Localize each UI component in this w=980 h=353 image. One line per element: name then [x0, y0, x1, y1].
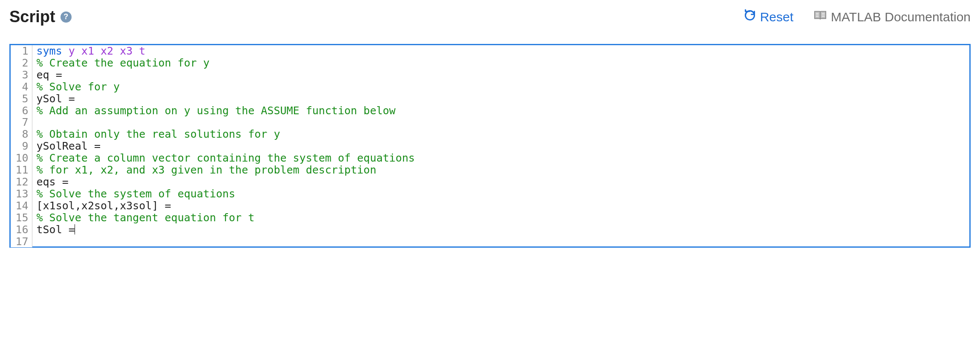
- code-content[interactable]: % Solve the system of equations: [32, 188, 969, 200]
- code-content[interactable]: ySol =: [32, 93, 969, 105]
- code-line[interactable]: 12eqs =: [11, 176, 969, 188]
- line-number: 6: [11, 105, 32, 117]
- header-actions: Reset MATLAB Documentation: [744, 9, 971, 24]
- page-title: Script: [9, 8, 55, 26]
- code-content[interactable]: % Create a column vector containing the …: [32, 152, 969, 164]
- code-content[interactable]: % for x1, x2, and x3 given in the proble…: [32, 164, 969, 176]
- code-line[interactable]: 2% Create the equation for y: [11, 57, 969, 69]
- code-line[interactable]: 3eq =: [11, 69, 969, 81]
- code-content[interactable]: tSol =: [32, 224, 969, 236]
- line-number: 11: [11, 164, 32, 176]
- book-icon: [814, 9, 827, 24]
- help-icon[interactable]: ?: [61, 12, 72, 23]
- code-content[interactable]: % Create the equation for y: [32, 57, 969, 69]
- code-line[interactable]: 5ySol =: [11, 93, 969, 105]
- code-content[interactable]: syms y x1 x2 x3 t: [32, 45, 969, 57]
- line-number: 9: [11, 140, 32, 152]
- line-number: 5: [11, 93, 32, 105]
- code-line[interactable]: 10% Create a column vector containing th…: [11, 152, 969, 164]
- line-number: 10: [11, 152, 32, 164]
- code-line[interactable]: 6% Add an assumption on y using the ASSU…: [11, 105, 969, 117]
- line-number: 15: [11, 212, 32, 224]
- code-line[interactable]: 14[x1sol,x2sol,x3sol] =: [11, 200, 969, 212]
- line-number: 14: [11, 200, 32, 212]
- code-line[interactable]: 7: [11, 116, 969, 128]
- line-number: 12: [11, 176, 32, 188]
- code-content[interactable]: eqs =: [32, 176, 969, 188]
- title-group: Script ?: [9, 8, 72, 26]
- code-content[interactable]: % Solve for y: [32, 81, 969, 93]
- docs-label: MATLAB Documentation: [831, 10, 971, 24]
- code-line[interactable]: 9ySolReal =: [11, 140, 969, 152]
- line-number: 3: [11, 69, 32, 81]
- code-line[interactable]: 8% Obtain only the real solutions for y: [11, 128, 969, 140]
- line-number: 4: [11, 81, 32, 93]
- code-editor[interactable]: 1syms y x1 x2 x3 t2% Create the equation…: [9, 44, 971, 248]
- reset-label: Reset: [760, 10, 793, 24]
- line-number: 17: [11, 236, 32, 248]
- code-body: 1syms y x1 x2 x3 t2% Create the equation…: [11, 45, 969, 247]
- line-number: 7: [11, 116, 32, 128]
- code-line[interactable]: 11% for x1, x2, and x3 given in the prob…: [11, 164, 969, 176]
- reset-button[interactable]: Reset: [744, 9, 793, 24]
- code-line[interactable]: 1syms y x1 x2 x3 t: [11, 45, 969, 57]
- code-content[interactable]: eq =: [32, 69, 969, 81]
- code-line[interactable]: 4% Solve for y: [11, 81, 969, 93]
- line-number: 8: [11, 128, 32, 140]
- code-line[interactable]: 13% Solve the system of equations: [11, 188, 969, 200]
- code-line[interactable]: 16tSol =: [11, 224, 969, 236]
- line-number: 13: [11, 188, 32, 200]
- line-number: 1: [11, 45, 32, 57]
- app-root: Script ? Reset: [0, 0, 980, 353]
- line-number: 2: [11, 57, 32, 69]
- code-line[interactable]: 15% Solve the tangent equation for t: [11, 212, 969, 224]
- line-number: 16: [11, 224, 32, 236]
- code-content[interactable]: ySolReal =: [32, 140, 969, 152]
- code-content[interactable]: % Solve the tangent equation for t: [32, 212, 969, 224]
- header-bar: Script ? Reset: [9, 8, 971, 26]
- code-content[interactable]: % Obtain only the real solutions for y: [32, 128, 969, 140]
- text-cursor: [75, 224, 75, 234]
- docs-button[interactable]: MATLAB Documentation: [814, 9, 971, 24]
- code-content[interactable]: [x1sol,x2sol,x3sol] =: [32, 200, 969, 212]
- code-content[interactable]: [32, 236, 969, 248]
- code-content[interactable]: % Add an assumption on y using the ASSUM…: [32, 105, 969, 117]
- code-line[interactable]: 17: [11, 236, 969, 248]
- reset-icon: [744, 9, 756, 24]
- code-content[interactable]: [32, 116, 969, 128]
